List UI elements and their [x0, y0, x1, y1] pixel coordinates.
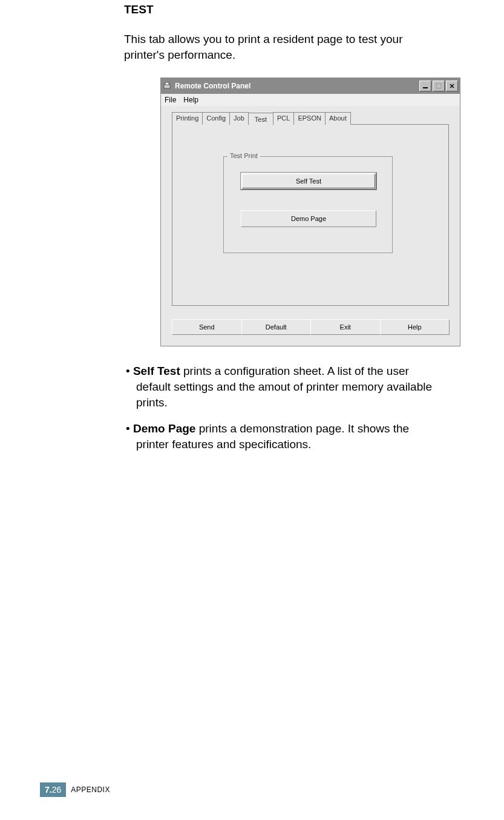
tab-epson[interactable]: EPSON: [293, 112, 326, 125]
bullet-self-test: Self Test prints a configuration sheet. …: [124, 363, 440, 410]
bullet-bold: Self Test: [133, 365, 180, 377]
tab-printing[interactable]: Printing: [172, 112, 203, 125]
window-title: Remote Control Panel: [175, 82, 250, 90]
fieldset-legend: Test Print: [227, 152, 260, 159]
menu-bar: File Help: [161, 94, 460, 106]
tab-job[interactable]: Job: [229, 112, 249, 125]
app-window: Remote Control Panel File Help Printing …: [160, 78, 460, 346]
menu-file[interactable]: File: [165, 96, 176, 104]
tab-panel: Test Print Self Test Demo Page: [172, 124, 449, 306]
titlebar: Remote Control Panel: [161, 78, 460, 94]
page-footer: 7.26 APPENDIX: [40, 782, 110, 797]
tab-config[interactable]: Config: [202, 112, 230, 125]
svg-rect-3: [436, 84, 441, 88]
tab-strip: Printing Config Job Test PCL EPSON About: [172, 112, 449, 125]
exit-button[interactable]: Exit: [310, 319, 381, 335]
footer-label: APPENDIX: [71, 785, 110, 794]
help-button[interactable]: Help: [380, 319, 450, 335]
app-icon: [163, 81, 172, 91]
send-button[interactable]: Send: [172, 319, 242, 335]
intro-paragraph: This tab allows you to print a resident …: [124, 31, 440, 62]
bullet-text: prints a configuration sheet. A list of …: [136, 365, 432, 408]
bullet-demo-page: Demo Page prints a demonstration page. I…: [124, 421, 440, 452]
bottom-button-row: Send Default Exit Help: [172, 319, 449, 335]
tab-test[interactable]: Test: [248, 113, 273, 125]
tab-about[interactable]: About: [325, 112, 351, 125]
menu-help[interactable]: Help: [183, 96, 198, 104]
svg-rect-2: [423, 87, 428, 88]
self-test-button[interactable]: Self Test: [241, 173, 376, 190]
bullet-bold: Demo Page: [133, 422, 195, 435]
section-heading: TEST: [124, 3, 440, 16]
demo-page-button[interactable]: Demo Page: [241, 210, 376, 227]
svg-rect-1: [165, 82, 169, 85]
page-number-badge: 7.26: [40, 782, 66, 797]
tab-pcl[interactable]: PCL: [273, 112, 294, 125]
page-number: 26: [52, 785, 62, 795]
test-print-fieldset: Test Print Self Test Demo Page: [223, 156, 393, 253]
chapter-number: 7.: [45, 785, 52, 795]
maximize-button[interactable]: [433, 81, 445, 91]
bullet-list: Self Test prints a configuration sheet. …: [124, 363, 440, 452]
default-button[interactable]: Default: [241, 319, 312, 335]
minimize-button[interactable]: [419, 81, 431, 91]
close-button[interactable]: [446, 81, 458, 91]
